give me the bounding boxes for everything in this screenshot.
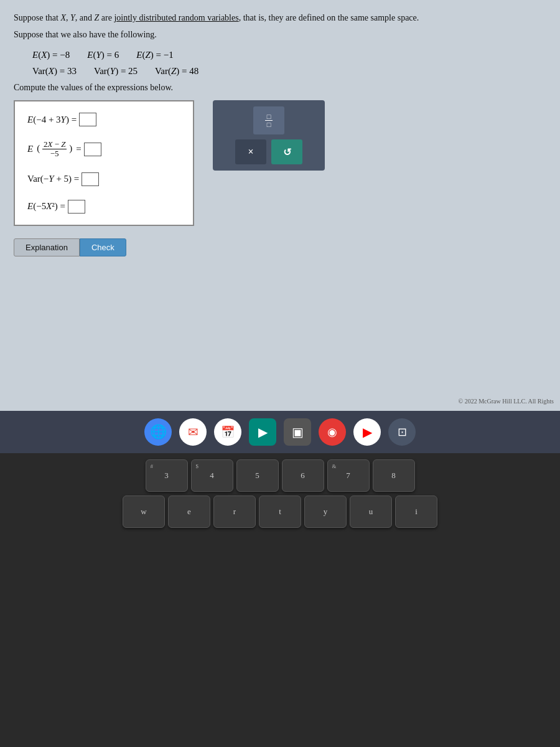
- compute-label: Compute the values of the expressions be…: [14, 83, 546, 93]
- answer-input-4[interactable]: [68, 200, 85, 214]
- expression-1: E(−4 + 3Y) =: [27, 113, 180, 126]
- bottom-buttons: Explanation Check: [14, 238, 546, 256]
- kb-key-u[interactable]: u: [350, 496, 392, 528]
- taskbar-gmail-icon[interactable]: ✉: [179, 418, 207, 446]
- expression-2: E ( 2X − Z −5 ) =: [27, 140, 180, 159]
- ex-value: E(X) = −8: [32, 47, 70, 63]
- variables-grid: E(X) = −8 E(Y) = 6 E(Z) = −1 Var(X) = 33…: [32, 47, 546, 79]
- fraction-2x-minus-z: 2X − Z −5: [42, 140, 67, 159]
- kb-key-i[interactable]: i: [395, 496, 437, 528]
- taskbar-meet-icon[interactable]: ▶: [249, 418, 276, 446]
- taskbar: 🌐 ✉ 📅 ▶ ▣ ◉ ▶ ⊡: [0, 411, 560, 453]
- fraction-button[interactable]: □ □: [253, 106, 284, 134]
- taskbar-youtube-icon[interactable]: ▶: [353, 418, 381, 446]
- intro-line2: Suppose that we also have the following.: [14, 28, 546, 41]
- kb-key-5[interactable]: 5: [236, 459, 279, 492]
- vary-value: Var(Y) = 25: [94, 63, 138, 80]
- intro-paragraph: Suppose that X, Y, and Z are jointly dis…: [14, 11, 546, 24]
- content-box: Suppose that X, Y, and Z are jointly dis…: [14, 11, 546, 256]
- screen-area: Suppose that X, Y, and Z are jointly dis…: [0, 0, 560, 411]
- kb-key-7[interactable]: & 7: [327, 459, 370, 492]
- kb-key-y[interactable]: y: [304, 496, 347, 528]
- main-section: E(−4 + 3Y) = E ( 2X − Z −5 ) =: [14, 100, 546, 226]
- answer-input-3[interactable]: [82, 172, 99, 186]
- ez-value: E(Z) = −1: [136, 47, 173, 63]
- check-button[interactable]: Check: [80, 238, 126, 256]
- keypad-area: □ □ × ↺: [213, 100, 325, 171]
- ey-value: E(Y) = 6: [87, 47, 119, 63]
- taskbar-drive-icon[interactable]: ▣: [284, 418, 311, 446]
- keypad-row-actions: × ↺: [235, 139, 302, 164]
- taskbar-calendar-icon[interactable]: 📅: [214, 418, 241, 446]
- keyboard-area: # 3 $ 4 5 6 & 7 8 w e r t: [0, 453, 560, 747]
- kb-key-w[interactable]: w: [123, 496, 165, 528]
- expression-3: Var(−Y + 5) =: [27, 172, 180, 186]
- kb-key-t[interactable]: t: [259, 496, 301, 528]
- link-jointly-distributed[interactable]: jointly distributed random variables: [114, 13, 238, 22]
- kb-key-8[interactable]: 8: [373, 459, 415, 492]
- answer-input-2[interactable]: [84, 143, 101, 156]
- keypad-clear-button[interactable]: ×: [235, 139, 266, 164]
- kb-letter-row: w e r t y u i: [123, 496, 437, 528]
- kb-number-row: # 3 $ 4 5 6 & 7 8: [146, 459, 415, 492]
- kb-key-3[interactable]: # 3: [146, 459, 188, 492]
- kb-key-6[interactable]: 6: [282, 459, 324, 492]
- expression-4: E(−5X²) =: [27, 200, 180, 214]
- varz-value: Var(Z) = 48: [155, 63, 198, 80]
- taskbar-chrome-icon[interactable]: 🌐: [144, 418, 172, 446]
- varx-value: Var(X) = 33: [32, 63, 77, 80]
- var-row-1: E(X) = −8 E(Y) = 6 E(Z) = −1: [32, 47, 546, 63]
- var-row-2: Var(X) = 33 Var(Y) = 25 Var(Z) = 48: [32, 63, 546, 80]
- problem-box: E(−4 + 3Y) = E ( 2X − Z −5 ) =: [14, 100, 194, 226]
- explanation-button[interactable]: Explanation: [14, 238, 80, 256]
- answer-input-1[interactable]: [79, 113, 96, 126]
- kb-key-r[interactable]: r: [213, 496, 256, 528]
- taskbar-photos-icon[interactable]: ◉: [319, 418, 346, 446]
- kb-key-4[interactable]: $ 4: [191, 459, 233, 492]
- copyright-text: © 2022 McGraw Hill LLC. All Rights: [459, 398, 554, 405]
- kb-key-e[interactable]: e: [168, 496, 210, 528]
- keypad-undo-button[interactable]: ↺: [271, 139, 302, 164]
- taskbar-extra-icon[interactable]: ⊡: [388, 418, 416, 446]
